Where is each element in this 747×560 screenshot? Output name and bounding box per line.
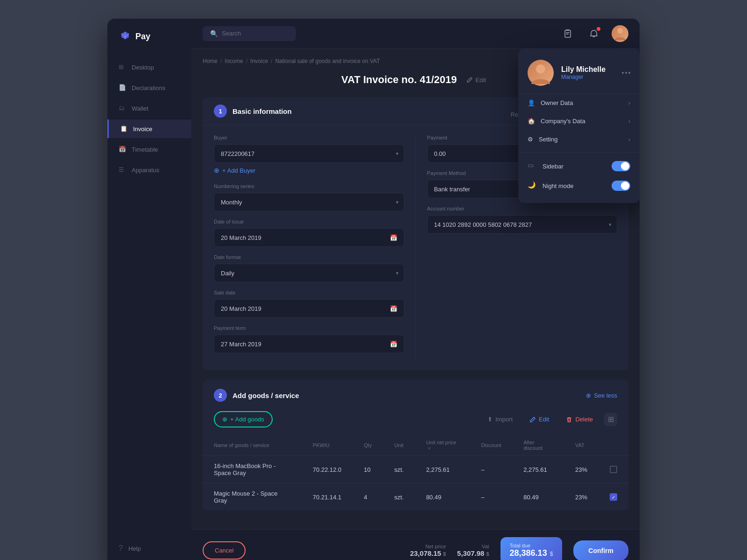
breadcrumb-invoice[interactable]: Invoice xyxy=(250,58,268,64)
col-qty: Qty xyxy=(352,435,383,456)
payment-term-input[interactable]: 27 March 2019 📅 xyxy=(214,335,404,353)
col-checkbox xyxy=(599,435,628,456)
import-icon: ⬆ xyxy=(487,416,493,423)
toggle-row-night-mode: 🌙 Night mode xyxy=(518,176,640,196)
profile-dots[interactable] xyxy=(622,72,630,74)
add-buyer-button[interactable]: ⊕ + Add Buyer xyxy=(214,165,404,176)
goods-section-header: 2 Add goods / service ⊕ See less xyxy=(203,379,628,411)
svg-point-2 xyxy=(536,64,545,74)
goods-table: Name of goods / service PKWIU Qty Unit U… xyxy=(203,435,628,511)
cancel-button[interactable]: Cancel xyxy=(203,541,246,560)
sidebar-item-timetable[interactable]: 📅 Timetable xyxy=(107,140,191,159)
vat-value: 5,307.98 $ xyxy=(457,549,489,557)
plus-icon: ⊕ xyxy=(214,167,219,174)
date-format-select[interactable]: Daily xyxy=(214,264,404,282)
confirm-button[interactable]: Confirm xyxy=(573,540,628,560)
setting-icon: ⚙ xyxy=(528,136,533,143)
breadcrumb-sep-1: / xyxy=(220,58,222,64)
account-number-select[interactable]: 14 1020 2892 0000 5802 0678 2827 xyxy=(427,215,618,234)
date-format-field: Date format Daily xyxy=(214,254,404,282)
sidebar-item-desktop[interactable]: ⊞ Desktop xyxy=(107,58,191,77)
net-price-label: Net price xyxy=(410,544,446,549)
wallet-icon: 🗂 xyxy=(119,105,126,112)
goods-section-title-row: 2 Add goods / service xyxy=(214,389,299,402)
arrow-icon-2: › xyxy=(628,118,630,125)
sale-date-row: Sale date 20 March 2019 📅 xyxy=(214,290,404,318)
help-item[interactable]: ? Help xyxy=(119,544,180,553)
sidebar-item-invoice[interactable]: 📋 Invoice xyxy=(107,119,191,138)
profile-name: Lily Michelle xyxy=(561,65,606,74)
date-issue-row: Date of issue 20 March 2019 📅 xyxy=(214,219,404,247)
col-vat: VAT xyxy=(564,435,599,456)
account-number-field: Account number 14 1020 2892 0000 5802 06… xyxy=(427,206,618,234)
add-goods-icon: ⊕ xyxy=(222,416,227,423)
table-row: Magic Mouse 2 - Space Gray 70.21.14.1 4 … xyxy=(203,483,628,511)
user-avatar[interactable] xyxy=(612,25,628,42)
sidebar: Pay ⊞ Desktop 📄 Declarations 🗂 Wallet 📋 … xyxy=(107,19,191,560)
cell-check-1[interactable] xyxy=(599,456,628,483)
sale-date-input[interactable]: 20 March 2019 📅 xyxy=(214,299,404,318)
cell-check-2[interactable]: ✓ xyxy=(599,483,628,511)
sidebar-item-apparatus[interactable]: ☰ Apparatus xyxy=(107,161,191,179)
arrow-icon-3: › xyxy=(628,136,630,143)
declarations-icon: 📄 xyxy=(119,84,126,91)
payment-term-field: Payment term 27 March 2019 📅 xyxy=(214,325,404,353)
sidebar-item-declarations[interactable]: 📄 Declarations xyxy=(107,78,191,97)
date-format-label: Date format xyxy=(214,254,404,260)
breadcrumb-home[interactable]: Home xyxy=(203,58,218,64)
form-left: Buyer 8722200617 ⊕ + Add Buyer xyxy=(214,135,416,361)
clipboard-button[interactable] xyxy=(559,25,576,42)
import-button[interactable]: ⬆ Import xyxy=(482,413,518,426)
sidebar-item-wallet[interactable]: 🗂 Wallet xyxy=(107,99,191,118)
sidebar-toggle-icon: ▭ xyxy=(528,161,537,171)
buyer-select-wrapper[interactable]: 8722200617 xyxy=(214,144,404,163)
dropdown-item-setting[interactable]: ⚙ Setting › xyxy=(518,130,640,148)
night-mode-toggle[interactable] xyxy=(612,181,630,191)
account-number-row: Account number 14 1020 2892 0000 5802 06… xyxy=(427,206,618,234)
add-goods-button[interactable]: ⊕ + Add goods xyxy=(214,411,273,427)
goods-table-header: Name of goods / service PKWIU Qty Unit U… xyxy=(203,435,628,456)
profile-avatar xyxy=(528,60,554,86)
date-issue-input[interactable]: 20 March 2019 📅 xyxy=(214,228,404,247)
row-checkbox-1[interactable] xyxy=(610,466,617,473)
row-checkbox-2[interactable]: ✓ xyxy=(610,493,617,501)
goods-table-body: 16-inch MacBook Pro - Space Gray 70.22.1… xyxy=(203,456,628,511)
cell-name-1: 16-inch MacBook Pro - Space Gray xyxy=(203,456,302,483)
notification-button[interactable] xyxy=(585,25,602,42)
apparatus-icon: ☰ xyxy=(119,166,126,174)
footer-bar: Cancel Net price 23,078.15 $ Vat 5,307.9… xyxy=(191,529,640,560)
numbering-select[interactable]: Monthly xyxy=(214,193,404,211)
payment-term-row: Payment term 27 March 2019 📅 xyxy=(214,325,404,353)
totals-area: Net price 23,078.15 $ Vat 5,307.98 $ To xyxy=(410,537,628,560)
section-num-1: 1 xyxy=(214,105,227,118)
dropdown-item-company-data[interactable]: 🏠 Company's Data › xyxy=(518,112,640,130)
total-due-box: Total due 28,386.13 $ xyxy=(500,537,563,560)
numbering-select-wrapper[interactable]: Monthly xyxy=(214,193,404,211)
search-input[interactable] xyxy=(222,30,289,37)
edit-goods-button[interactable]: Edit xyxy=(524,413,555,426)
cell-pkwiu-2: 70.21.14.1 xyxy=(302,483,352,511)
goods-section-title: Add goods / service xyxy=(233,392,299,399)
profile-role: Manager xyxy=(561,74,606,80)
dot-1 xyxy=(622,72,624,74)
search-box[interactable]: 🔍 xyxy=(203,26,296,41)
page-title: VAT Invoice no. 41/2019 xyxy=(341,74,457,86)
account-number-select-wrapper[interactable]: 14 1020 2892 0000 5802 0678 2827 xyxy=(427,215,618,234)
payment-term-label: Payment term xyxy=(214,325,404,331)
vat-label: Vat xyxy=(457,544,489,549)
see-less-button[interactable]: ⊕ See less xyxy=(586,392,617,399)
sidebar-toggle[interactable] xyxy=(612,161,630,171)
buyer-select[interactable]: 8722200617 xyxy=(214,144,404,163)
delete-goods-button[interactable]: Delete xyxy=(560,413,599,426)
breadcrumb-income[interactable]: Income xyxy=(225,58,243,64)
grid-view-button[interactable]: ⊞ xyxy=(604,413,617,426)
calendar-icon-1: 📅 xyxy=(390,234,397,241)
date-format-select-wrapper[interactable]: Daily xyxy=(214,264,404,282)
profile-info: Lily Michelle Manager xyxy=(561,65,606,80)
dropdown-item-owner-data[interactable]: 👤 Owner Data › xyxy=(518,94,640,112)
section-info: 1 Basic information xyxy=(214,105,292,125)
edit-title-button[interactable]: Edit xyxy=(463,75,490,85)
calendar-icon-3: 📅 xyxy=(390,341,397,348)
col-discount: Discount xyxy=(470,435,512,456)
svg-point-1 xyxy=(617,28,623,34)
